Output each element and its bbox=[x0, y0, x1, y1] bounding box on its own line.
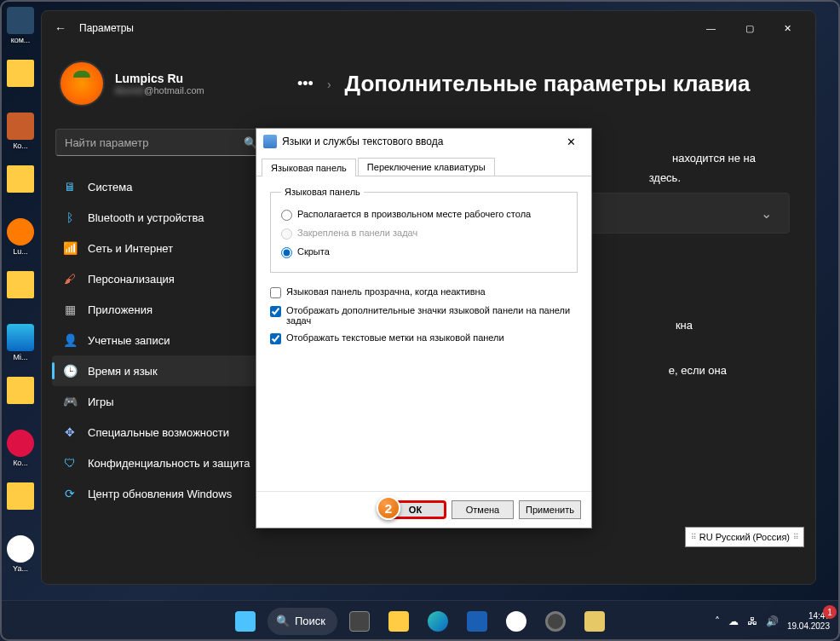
desktop-icon[interactable]: Ко... bbox=[4, 113, 37, 155]
nav-icon: 📶 bbox=[62, 240, 78, 256]
desktop-icon[interactable]: Ya... bbox=[4, 535, 37, 578]
sidebar-item[interactable]: ▦Приложения bbox=[52, 294, 270, 325]
taskbar-search[interactable]: 🔍Поиск bbox=[268, 608, 337, 635]
explorer-icon[interactable] bbox=[382, 604, 416, 638]
dialog-close-button[interactable]: ✕ bbox=[557, 136, 584, 148]
nav-icon: 🖥 bbox=[62, 179, 78, 194]
profile[interactable]: Lumpics Ru blurred@hotmail.com bbox=[52, 52, 270, 124]
breadcrumb-more[interactable]: ••• bbox=[297, 75, 314, 93]
desktop-icon[interactable] bbox=[4, 377, 37, 419]
desktop-icon[interactable]: Lu... bbox=[4, 218, 37, 261]
system-tray[interactable]: ˄ ☁ 🖧 🔊 14:47 19.04.2023 1 bbox=[715, 611, 840, 632]
back-button[interactable]: ← bbox=[50, 21, 71, 35]
sidebar-item[interactable]: 🖌Персонализация bbox=[52, 263, 270, 294]
search-input[interactable]: Найти параметр 🔍 bbox=[55, 129, 267, 156]
desktop-icon[interactable]: ком... bbox=[4, 7, 37, 49]
nav-icon: ⟳ bbox=[62, 486, 78, 501]
sidebar-item[interactable]: 🕒Время и язык bbox=[52, 355, 270, 386]
titlebar: ← Параметры — ▢ ✕ bbox=[42, 11, 815, 45]
search-icon: 🔍 bbox=[276, 615, 290, 627]
grip-icon: ⠿ bbox=[691, 533, 696, 541]
sidebar-item[interactable]: ᛒBluetooth и устройства bbox=[52, 202, 270, 233]
sidebar-item-label: Сеть и Интернет bbox=[88, 242, 173, 255]
nav-icon: ᛒ bbox=[62, 210, 78, 225]
tray-chevron-icon[interactable]: ˄ bbox=[715, 615, 720, 627]
yandex-icon[interactable] bbox=[499, 604, 533, 638]
sidebar-item-label: Bluetooth и устройства bbox=[88, 211, 204, 224]
desktop-icon[interactable] bbox=[4, 271, 37, 314]
radio-floating[interactable]: Располагается в произвольном месте рабоч… bbox=[281, 205, 567, 224]
store-icon[interactable] bbox=[460, 604, 494, 638]
sidebar-item[interactable]: 📶Сеть и Интернет bbox=[52, 233, 270, 263]
sidebar: Lumpics Ru blurred@hotmail.com Найти пар… bbox=[42, 45, 280, 584]
notification-badge[interactable]: 1 bbox=[823, 605, 837, 619]
dialog-tabs: Языковая панель Переключение клавиатуры bbox=[256, 154, 591, 176]
nav-icon: ✥ bbox=[62, 424, 78, 440]
sidebar-item-label: Система bbox=[88, 181, 132, 193]
cloud-icon[interactable]: ☁ bbox=[728, 615, 739, 627]
dock-label: RU Русский (Россия) bbox=[699, 532, 790, 542]
task-view[interactable] bbox=[342, 604, 377, 638]
grip-icon: ⠿ bbox=[793, 533, 798, 541]
profile-email: blurred@hotmail.com bbox=[115, 85, 204, 95]
sidebar-item[interactable]: ✥Специальные возможности bbox=[52, 417, 270, 448]
network-icon[interactable]: 🖧 bbox=[747, 615, 757, 627]
nav-icon: 👤 bbox=[62, 332, 78, 348]
sidebar-item[interactable]: 🛡Конфиденциальность и защита bbox=[52, 448, 270, 478]
desktop-icons: ком... Ко... Lu... Mi... Ко... Ya... bbox=[4, 7, 37, 578]
sidebar-item-label: Специальные возможности bbox=[88, 426, 229, 439]
radio-hidden[interactable]: Скрыта bbox=[281, 243, 567, 262]
start-button[interactable] bbox=[228, 604, 262, 638]
text-services-dialog: Языки и службы текстового ввода ✕ Языков… bbox=[256, 128, 592, 528]
dialog-title: Языки и службы текстового ввода bbox=[282, 136, 552, 147]
sidebar-item[interactable]: 👤Учетные записи bbox=[52, 325, 270, 355]
desktop-icon[interactable]: Ко... bbox=[4, 430, 37, 472]
osk-icon[interactable] bbox=[578, 604, 612, 638]
sidebar-item-label: Учетные записи bbox=[88, 334, 170, 347]
sidebar-item-label: Конфиденциальность и защита bbox=[88, 457, 250, 470]
avatar bbox=[59, 61, 105, 107]
sidebar-item-label: Время и язык bbox=[88, 365, 158, 378]
annotation-badge: 2 bbox=[377, 496, 400, 520]
chevron-down-icon: ⌄ bbox=[761, 205, 772, 222]
window-title: Параметры bbox=[79, 22, 134, 34]
sidebar-item[interactable]: 🎮Игры bbox=[52, 386, 270, 417]
volume-icon[interactable]: 🔊 bbox=[766, 615, 779, 627]
taskbar: 🔍Поиск ˄ ☁ 🖧 🔊 14:47 19.04.2023 1 bbox=[0, 600, 840, 641]
dialog-body: Языковая панель Располагается в произвол… bbox=[256, 176, 591, 491]
checkbox-text-labels[interactable]: Отображать текстовые метки на языковой п… bbox=[270, 329, 578, 348]
cancel-button[interactable]: Отмена bbox=[452, 500, 514, 519]
docking-indicator[interactable]: ⠿ RU Русский (Россия) ⠿ bbox=[685, 527, 804, 547]
desktop-icon[interactable]: Mi... bbox=[4, 324, 37, 367]
nav: 🖥СистемаᛒBluetooth и устройства📶Сеть и И… bbox=[52, 171, 270, 509]
tab-language-bar[interactable]: Языковая панель bbox=[262, 159, 356, 176]
sidebar-item[interactable]: 🖥Система bbox=[52, 171, 270, 202]
checkbox-transparent[interactable]: Языковая панель прозрачна, когда неактив… bbox=[270, 283, 578, 302]
language-bar-group: Языковая панель Располагается в произвол… bbox=[270, 187, 578, 273]
close-button[interactable]: ✕ bbox=[768, 14, 807, 42]
desktop: ком... Ко... Lu... Mi... Ко... Ya... ← П… bbox=[0, 0, 840, 641]
nav-icon: 🕒 bbox=[62, 363, 78, 378]
checkbox-extra-icons[interactable]: Отображать дополнительные значки языково… bbox=[270, 302, 578, 329]
edge-icon[interactable] bbox=[421, 604, 455, 638]
desktop-icon[interactable] bbox=[4, 482, 37, 525]
sidebar-item[interactable]: ⟳Центр обновления Windows bbox=[52, 478, 270, 509]
minimize-button[interactable]: — bbox=[692, 14, 730, 42]
desktop-icon[interactable] bbox=[4, 60, 37, 102]
settings-icon[interactable] bbox=[538, 604, 572, 638]
apply-button[interactable]: Применить bbox=[519, 500, 581, 519]
breadcrumb: ••• › Дополнительные параметры клавиа bbox=[297, 71, 790, 97]
nav-icon: 🎮 bbox=[62, 394, 78, 409]
group-label: Языковая панель bbox=[281, 187, 364, 197]
page-title: Дополнительные параметры клавиа bbox=[345, 71, 751, 97]
nav-icon: 🖌 bbox=[62, 271, 78, 286]
nav-icon: 🛡 bbox=[62, 455, 78, 471]
desktop-icon[interactable] bbox=[4, 165, 37, 208]
tab-keyboard-switch[interactable]: Переключение клавиатуры bbox=[358, 158, 495, 176]
maximize-button[interactable]: ▢ bbox=[730, 14, 768, 42]
sidebar-item-label: Персонализация bbox=[88, 273, 175, 286]
sidebar-item-label: Игры bbox=[88, 396, 114, 408]
radio-docked: Закреплена в панели задач bbox=[281, 224, 567, 243]
keyboard-layout-icon bbox=[263, 135, 277, 148]
sidebar-item-label: Приложения bbox=[88, 303, 152, 316]
